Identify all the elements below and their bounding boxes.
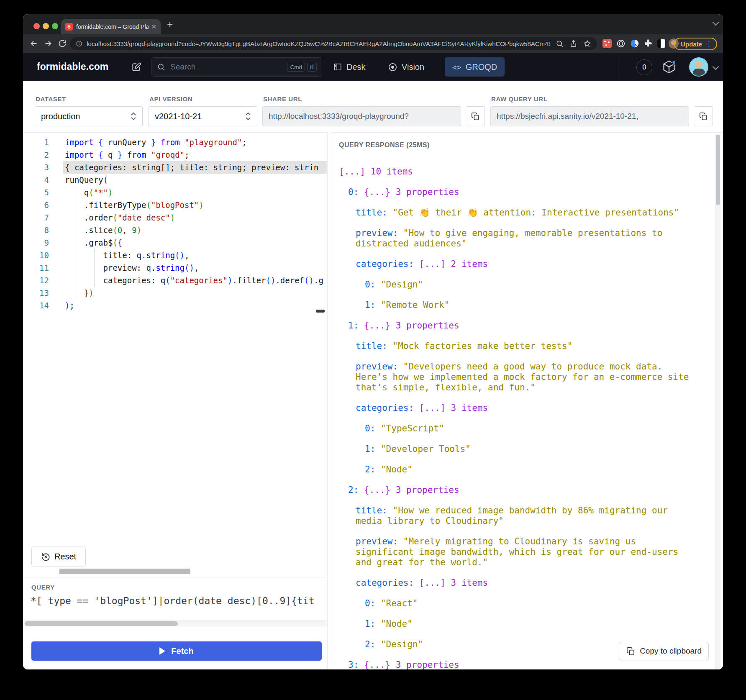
- site-info-icon[interactable]: [76, 40, 82, 47]
- compose-icon[interactable]: [131, 62, 142, 72]
- json-string: "Design": [381, 279, 423, 290]
- share-url-input[interactable]: http://localhost:3333/groqd-playground?: [262, 106, 461, 126]
- search-input[interactable]: [169, 62, 285, 72]
- studio-search[interactable]: Cmd K: [151, 57, 322, 77]
- response-entry: 1: "Node": [365, 619, 704, 629]
- code-token: (: [304, 276, 309, 285]
- browser-window: S formidable.com – Groqd Playg ✕ + local…: [23, 14, 723, 669]
- package-cube-icon[interactable]: [661, 59, 677, 75]
- fetch-button[interactable]: Fetch: [31, 641, 322, 661]
- tab-desk[interactable]: Desk: [333, 57, 366, 77]
- macos-close-button[interactable]: [33, 23, 40, 29]
- back-button[interactable]: [28, 38, 40, 49]
- dataset-label: DATASET: [36, 95, 66, 103]
- chrome-menu-icon[interactable]: ⋮: [706, 43, 712, 45]
- json-collapse-marker[interactable]: [...] 3 items: [419, 578, 488, 588]
- line-number: 1: [23, 136, 49, 149]
- code-line: 5 q("*"): [23, 186, 327, 199]
- code-token: ;: [69, 301, 74, 310]
- response-scrollbar-track[interactable]: [715, 134, 720, 669]
- address-bar[interactable]: localhost:3333/groqd-playground?code=JYW…: [70, 37, 597, 50]
- extension-contrast-icon[interactable]: [656, 38, 666, 49]
- json-collapse-marker[interactable]: [...] 10 items: [339, 167, 413, 177]
- code-token: (: [103, 175, 108, 185]
- query-scrollbar-track[interactable]: [23, 621, 328, 626]
- bookmark-star-icon[interactable]: [583, 40, 591, 48]
- pane-resize-handle[interactable]: [316, 310, 325, 313]
- k-key-badge: K: [307, 63, 317, 72]
- code-token: {: [98, 150, 103, 159]
- code-token: "blogPost": [151, 200, 199, 210]
- response-scrollbar-thumb[interactable]: [716, 135, 720, 205]
- code-token: ,: [185, 251, 189, 260]
- vision-eye-icon: [388, 62, 397, 72]
- json-collapse-marker[interactable]: [...] 2 items: [419, 259, 488, 269]
- tab-search-chevron-icon[interactable]: [713, 19, 719, 26]
- notifications-badge[interactable]: 0: [636, 59, 652, 75]
- json-collapse-marker[interactable]: {...} 3 properties: [364, 485, 459, 495]
- api-version-select[interactable]: v2021-10-21: [149, 106, 257, 126]
- tab-groqd-active[interactable]: <> GROQD: [445, 57, 505, 77]
- raw-query-url-input[interactable]: https://bsjecfri.api.sanity.io/v2021-10-…: [490, 106, 689, 126]
- play-icon: [159, 647, 165, 655]
- studio-navbar: formidable.com Cmd K Desk Vision <> GROQ…: [23, 53, 723, 81]
- code-token: ): [170, 213, 175, 222]
- code-line: 4runQuery(: [23, 174, 327, 186]
- code-token: preview: q.: [65, 263, 156, 272]
- json-key: 0:: [348, 187, 359, 197]
- json-key: title:: [356, 208, 387, 218]
- share-icon[interactable]: [569, 40, 577, 48]
- query-scrollbar-thumb[interactable]: [25, 621, 178, 626]
- studio-title[interactable]: formidable.com: [37, 61, 108, 72]
- code-token: (: [113, 238, 117, 247]
- code-token: categories: q: [65, 276, 165, 285]
- chrome-update-button[interactable]: Update ⋮: [674, 38, 717, 50]
- tab-vision[interactable]: Vision: [388, 57, 424, 77]
- avatar-chevron-down-icon[interactable]: [713, 64, 719, 70]
- json-string: "Developer Tools": [381, 444, 471, 454]
- reload-button[interactable]: [56, 38, 68, 49]
- code-token: from: [161, 138, 180, 147]
- forward-button[interactable]: [42, 38, 54, 49]
- json-collapse-marker[interactable]: {...} 3 properties: [364, 660, 459, 669]
- json-collapse-marker[interactable]: {...} 3 properties: [364, 187, 459, 197]
- code-line: 3{ categories: string[]; title: string; …: [23, 161, 327, 174]
- extension-target-icon[interactable]: [616, 38, 626, 49]
- dataset-select[interactable]: production: [35, 106, 143, 126]
- raw-query-url-label: RAW QUERY URL: [491, 95, 547, 103]
- line-number: 11: [23, 262, 49, 274]
- code-token: ): [228, 276, 232, 285]
- share-url-label: SHARE URL: [263, 95, 302, 103]
- json-string: "Node": [381, 464, 413, 474]
- code-line: 6 .filterByType("blogPost"): [23, 199, 327, 211]
- raw-query-url-copy-button[interactable]: [694, 106, 713, 126]
- new-tab-button[interactable]: +: [167, 18, 173, 30]
- response-entry: 0: "TypeScript": [365, 423, 704, 434]
- line-number: 12: [23, 274, 49, 287]
- zoom-icon[interactable]: [556, 40, 564, 48]
- json-collapse-marker[interactable]: [...] 3 items: [419, 403, 488, 413]
- copy-icon: [626, 646, 636, 656]
- json-key: categories:: [356, 578, 414, 588]
- select-chevrons-icon: [131, 112, 136, 121]
- macos-minimize-button[interactable]: [43, 23, 49, 29]
- macos-fullscreen-button[interactable]: [52, 23, 58, 29]
- editor-horizontal-scrollbar[interactable]: [59, 569, 190, 574]
- share-url-copy-button[interactable]: [466, 106, 485, 126]
- reset-button[interactable]: Reset: [31, 546, 86, 567]
- extension-devtools-icon[interactable]: [602, 38, 612, 49]
- extension-password-icon[interactable]: [630, 38, 640, 49]
- code-token: "categories": [170, 276, 228, 285]
- json-collapse-marker[interactable]: {...} 3 properties: [364, 321, 459, 331]
- code-token: "date desc": [118, 213, 170, 222]
- extensions-puzzle-icon[interactable]: [643, 38, 653, 49]
- code-line: 12 categories: q("categories").filter().…: [23, 274, 327, 287]
- tab-close-icon[interactable]: ✕: [151, 23, 156, 31]
- user-avatar[interactable]: [689, 57, 708, 77]
- response-entry: categories: [...] 3 items: [356, 578, 695, 588]
- copy-to-clipboard-button[interactable]: Copy to clipboard: [619, 642, 709, 660]
- json-key: 0:: [365, 598, 375, 608]
- code-editor[interactable]: 1import { runQuery } from "playground";2…: [23, 132, 328, 669]
- browser-tab[interactable]: S formidable.com – Groqd Playg ✕: [61, 19, 161, 34]
- json-key: 1:: [365, 300, 375, 310]
